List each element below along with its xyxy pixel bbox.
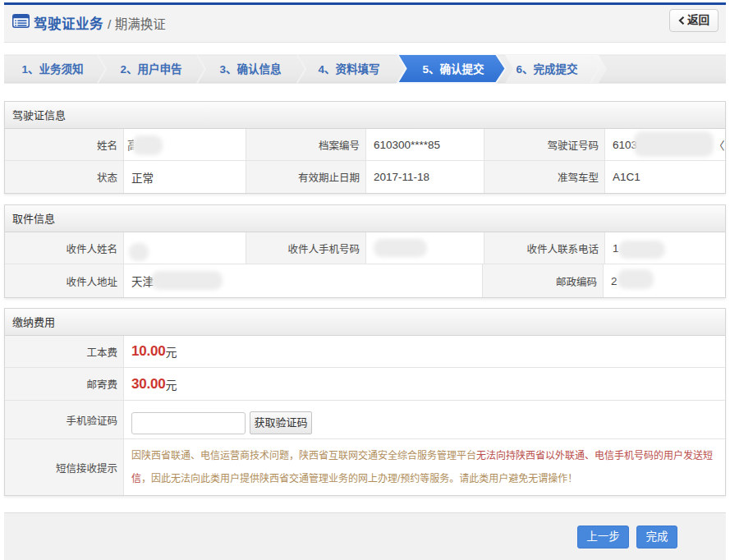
svg-text:2、用户申告: 2、用户申告 <box>120 62 181 76</box>
svg-text:5、确认提交: 5、确认提交 <box>422 62 484 76</box>
svg-text:1、业务须知: 1、业务须知 <box>21 62 83 76</box>
svg-text:3、确认信息: 3、确认信息 <box>219 62 282 76</box>
svg-text:4、资料填写: 4、资料填写 <box>318 62 379 76</box>
svg-text:6、完成提交: 6、完成提交 <box>516 62 578 76</box>
